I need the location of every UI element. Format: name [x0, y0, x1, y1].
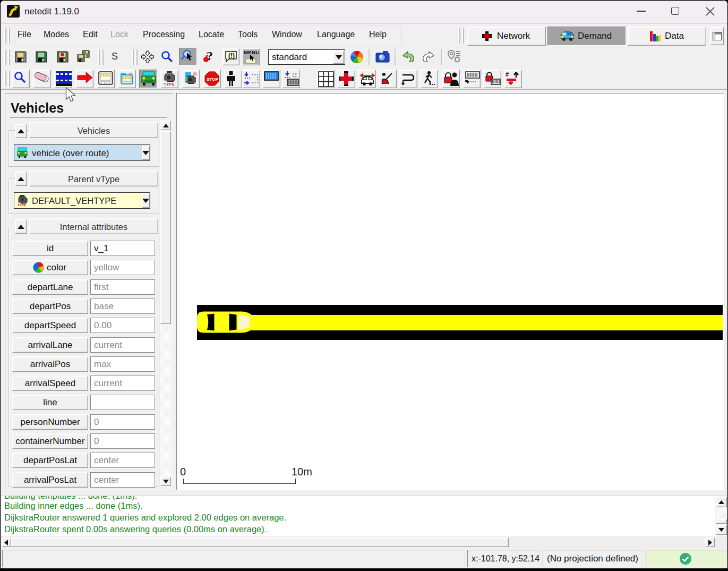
- svg-text:#: #: [506, 71, 509, 78]
- svg-text:TYPE: TYPE: [18, 203, 26, 207]
- svg-text:TYPE: TYPE: [164, 82, 175, 86]
- svg-text:STOP: STOP: [207, 77, 218, 82]
- svg-text:MENU: MENU: [244, 49, 259, 55]
- svg-text:(!): (!): [228, 52, 235, 59]
